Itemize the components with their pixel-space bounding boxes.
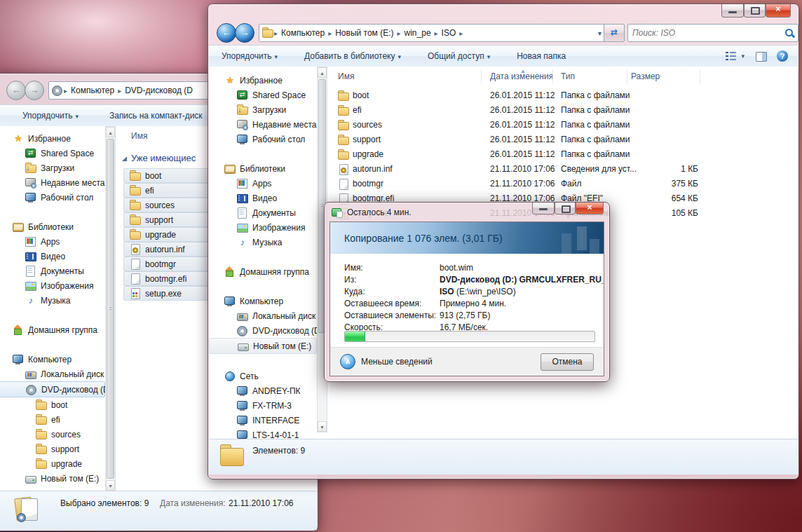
column-divider[interactable] — [481, 69, 482, 84]
tree-item-music[interactable]: ♪Музыка — [0, 293, 105, 308]
views-dropdown-icon[interactable]: ▾ — [741, 53, 745, 60]
column-header-name[interactable]: Имя — [338, 71, 354, 81]
tree-item-dvd-drive[interactable]: DVD-дисковод (D — [209, 323, 317, 338]
tree-item-desktop[interactable]: Рабочий стол — [209, 132, 317, 146]
column-header-size[interactable]: Размер — [631, 71, 660, 81]
tree-item-music[interactable]: ♪Музыка — [209, 235, 317, 250]
file-row-boot[interactable]: boot26.01.2015 11:12Папка с файлами — [329, 88, 798, 103]
tree-item-boot[interactable]: boot — [0, 397, 105, 412]
maximize-button[interactable] — [555, 203, 576, 214]
file-row-autorun[interactable]: autorun.inf21.11.2010 17:06Сведения для … — [329, 162, 798, 177]
tree-item-documents[interactable]: Документы — [209, 205, 317, 220]
tree-item-libraries[interactable]: Библиотеки — [209, 161, 317, 176]
tree-item-recent-places[interactable]: Недавние места — [0, 175, 105, 190]
tree-item-homegroup[interactable]: Домашняя группа — [0, 322, 105, 337]
breadcrumb-dvd-drive[interactable]: DVD-дисковод (D — [122, 86, 196, 95]
add-to-library-menu[interactable]: Добавить в библиотеку▾ — [297, 51, 408, 61]
tree-item-network-pc-andrey[interactable]: ANDREY-ПК — [209, 383, 317, 398]
less-details-chevron-icon[interactable]: ∧ — [340, 354, 355, 369]
column-header-type[interactable]: Тип — [561, 71, 575, 81]
organize-menu[interactable]: Упорядочить▾ — [15, 111, 86, 121]
file-row-bootmgr[interactable]: bootmgr21.11.2010 17:06Файл375 КБ — [329, 177, 798, 191]
tree-item-pictures[interactable]: Изображения — [209, 220, 317, 235]
forward-arrow-icon: → — [30, 85, 39, 95]
tree-item-local-disk[interactable]: Локальный диск — [0, 367, 105, 381]
tree-item-downloads[interactable]: Загрузки — [209, 102, 317, 117]
tree-item-video[interactable]: Видео — [0, 249, 105, 264]
scroll-up-arrow[interactable]: ▴ — [318, 67, 327, 78]
breadcrumb-computer[interactable]: Компьютер — [278, 28, 327, 38]
change-view-icon[interactable] — [726, 50, 737, 62]
help-icon[interactable]: ? — [777, 50, 788, 62]
file-row-efi[interactable]: efi26.01.2015 11:12Папка с файлами — [329, 103, 798, 118]
tree-item-network[interactable]: Сеть — [209, 369, 317, 383]
forward-button[interactable]: → — [25, 81, 44, 100]
tree-item-homegroup[interactable]: Домашняя группа — [209, 264, 317, 279]
tree-item-favorites[interactable]: ★Избранное — [0, 131, 105, 146]
tree-item-efi[interactable]: efi — [0, 412, 105, 427]
column-header-date[interactable]: Дата изменения — [490, 71, 553, 81]
tree-item-upgrade[interactable]: upgrade — [0, 456, 105, 471]
tree-item-recent-places[interactable]: Недавние места — [209, 117, 317, 132]
back-button[interactable]: ← — [217, 23, 236, 43]
group-header-existing-files[interactable]: ◢Уже имеющиес — [122, 153, 196, 163]
minimize-button[interactable] — [721, 4, 744, 18]
tree-item-video[interactable]: Видео — [209, 191, 317, 205]
search-input[interactable] — [631, 27, 784, 39]
tree-item-dvd-drive-selected[interactable]: DVD-дисковод (D — [0, 381, 105, 397]
tree-item-network-pc-lts[interactable]: LTS-14-01-1 — [209, 428, 317, 439]
new-folder-button[interactable]: Новая папка — [510, 51, 573, 61]
forward-button[interactable]: → — [235, 23, 254, 43]
breadcrumb-new-volume[interactable]: Новый том (E:) — [332, 28, 396, 38]
tree-scrollbar[interactable]: ▴ ▾ — [105, 126, 116, 491]
tree-item-shared-space[interactable]: Shared Space — [0, 146, 105, 161]
refresh-button[interactable]: ⇄ — [604, 24, 625, 42]
tree-item-desktop[interactable]: Рабочий стол — [0, 190, 105, 205]
tree-item-local-disk[interactable]: Локальный диск — [209, 308, 317, 323]
tree-item-new-volume-current[interactable]: Новый том (E:) — [209, 338, 317, 354]
tree-item-computer[interactable]: Компьютер — [0, 352, 105, 367]
tree-item-sources[interactable]: sources — [0, 427, 105, 442]
tree-item-downloads[interactable]: Загрузки — [0, 161, 105, 175]
maximize-button[interactable] — [744, 4, 766, 18]
tree-item-libraries[interactable]: Библиотеки — [0, 219, 105, 234]
less-details-link[interactable]: Меньше сведений — [361, 357, 433, 367]
tree-item-network-pc-fxtrm[interactable]: FX-TRM-3 — [209, 398, 317, 413]
column-divider[interactable] — [552, 69, 553, 84]
close-button[interactable]: × — [766, 4, 791, 18]
scroll-down-arrow[interactable]: ▾ — [318, 421, 327, 432]
address-bar[interactable]: ▸ Компьютер ▸ Новый том (E:) ▸ win_pe ▸ … — [259, 24, 608, 42]
minimize-button[interactable] — [532, 203, 555, 214]
tree-item-new-volume[interactable]: Новый том (E:) — [0, 471, 105, 486]
tree-item-network-pc-interface[interactable]: INTERFACE — [209, 413, 317, 428]
share-menu[interactable]: Общий доступ▾ — [421, 51, 497, 61]
breadcrumb-win-pe[interactable]: win_pe — [402, 28, 434, 38]
search-box[interactable] — [627, 24, 798, 42]
back-button[interactable]: ← — [6, 81, 26, 100]
file-row-sources[interactable]: sources26.01.2015 11:12Папка с файлами — [329, 118, 798, 132]
tree-item-apps[interactable]: Apps — [209, 176, 317, 191]
burn-to-disc-button[interactable]: Запись на компакт-диск — [102, 111, 210, 121]
breadcrumb-computer[interactable]: Компьютер — [68, 86, 117, 95]
breadcrumb-separator-icon: ▸ — [458, 29, 463, 37]
scroll-up-arrow[interactable]: ▴ — [106, 127, 115, 137]
organize-menu[interactable]: Упорядочить▾ — [215, 51, 285, 61]
scrollbar-thumb[interactable] — [107, 139, 114, 479]
column-divider[interactable] — [700, 69, 700, 84]
cancel-button[interactable]: Отмена — [541, 353, 594, 371]
breadcrumb-iso[interactable]: ISO — [439, 28, 459, 38]
close-button[interactable]: × — [576, 203, 604, 214]
detail-row-name: Имя:boot.wim — [344, 263, 598, 274]
tree-item-computer[interactable]: Компьютер — [209, 294, 317, 308]
scroll-down-arrow[interactable]: ▾ — [106, 480, 115, 491]
preview-pane-icon[interactable] — [756, 50, 767, 62]
tree-item-pictures[interactable]: Изображения — [0, 278, 105, 293]
file-row-support[interactable]: support26.01.2015 11:12Папка с файлами — [329, 132, 798, 147]
tree-item-support[interactable]: support — [0, 442, 105, 456]
tree-item-shared-space[interactable]: Shared Space — [209, 88, 317, 102]
tree-item-favorites[interactable]: ★Избранное — [209, 73, 317, 88]
file-row-upgrade[interactable]: upgrade26.01.2015 11:12Папка с файлами — [329, 147, 798, 162]
column-divider[interactable] — [627, 69, 627, 84]
tree-item-apps[interactable]: Apps — [0, 234, 105, 249]
tree-item-documents[interactable]: Документы — [0, 264, 105, 278]
